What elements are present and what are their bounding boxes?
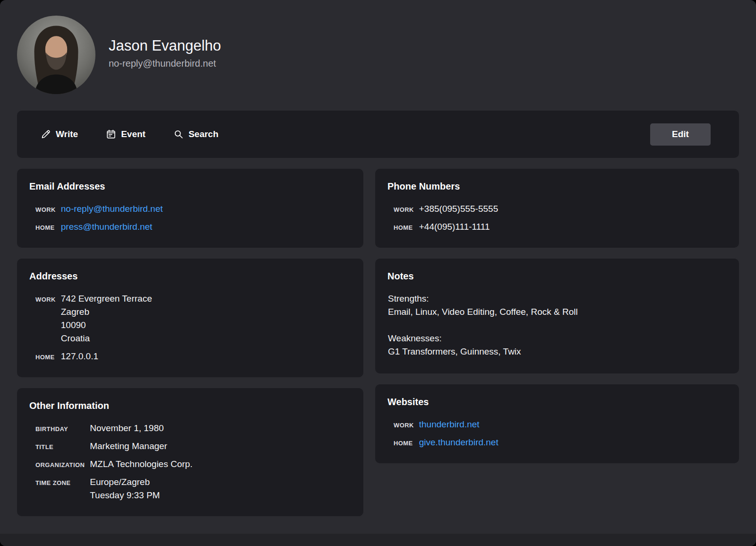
home-phone-value: +44(095)111-1111 xyxy=(419,220,727,234)
phone-numbers-card: Phone Numbers WORK +385(095)555-5555 HOM… xyxy=(375,169,739,248)
left-column: Email Addresses WORK no-reply@thunderbir… xyxy=(17,169,363,516)
avatar-photo xyxy=(17,16,95,94)
field-label-home: HOME xyxy=(35,354,56,361)
websites-card: Websites WORK thunderbird.net HOME give.… xyxy=(375,384,739,463)
search-button[interactable]: Search xyxy=(173,126,219,142)
address-line: 10090 xyxy=(61,319,351,332)
value-line: Tuesday 9:33 PM xyxy=(90,489,351,502)
card-title-websites: Websites xyxy=(387,397,727,407)
addresses-card: Addresses WORK 742 Evergreen Terrace Zag… xyxy=(17,259,363,377)
edit-button[interactable]: Edit xyxy=(650,123,711,146)
contact-header: Jason Evangelho no-reply@thunderbird.net xyxy=(0,0,756,94)
phone-rows: WORK +385(095)555-5555 HOME +44(095)111-… xyxy=(394,202,727,234)
value-line: Europe/Zagreb xyxy=(90,476,351,489)
timezone-value: Europe/Zagreb Tuesday 9:33 PM xyxy=(90,476,351,502)
address-line: Zagreb xyxy=(61,305,351,319)
write-button[interactable]: Write xyxy=(40,126,79,142)
contact-identity: Jason Evangelho no-reply@thunderbird.net xyxy=(109,38,221,72)
field-label-home: HOME xyxy=(394,440,414,447)
address-line: Croatia xyxy=(61,332,351,345)
email-rows: WORK no-reply@thunderbird.net HOME press… xyxy=(35,202,351,234)
notes-paragraph: Weaknesses: G1 Transformers, Guinness, T… xyxy=(388,332,727,358)
window-bottom-edge xyxy=(0,534,756,546)
address-rows: WORK 742 Evergreen Terrace Zagreb 10090 … xyxy=(35,292,351,363)
pencil-icon xyxy=(41,130,51,139)
contact-details-pane: Jason Evangelho no-reply@thunderbird.net… xyxy=(0,0,756,534)
card-title-other: Other Information xyxy=(29,400,351,411)
value-line: November 1, 1980 xyxy=(90,422,351,435)
avatar xyxy=(17,16,95,94)
search-label: Search xyxy=(189,129,218,139)
work-address-value: 742 Evergreen Terrace Zagreb 10090 Croat… xyxy=(61,292,351,345)
note-line: Weaknesses: xyxy=(388,332,727,345)
work-phone-value: +385(095)555-5555 xyxy=(419,202,727,216)
notes-card: Notes Strengths: Email, Linux, Video Edi… xyxy=(375,259,739,373)
card-title-addresses: Addresses xyxy=(29,271,351,282)
title-value: Marketing Manager xyxy=(90,440,351,453)
right-column: Phone Numbers WORK +385(095)555-5555 HOM… xyxy=(375,169,739,463)
field-label-work: WORK xyxy=(394,206,414,213)
field-value: no-reply@thunderbird.net xyxy=(61,202,351,216)
field-label-title: TITLE xyxy=(35,443,85,451)
birthday-value: November 1, 1980 xyxy=(90,422,351,435)
notes-body: Strengths: Email, Linux, Video Editing, … xyxy=(388,292,727,358)
field-value: give.thunderbird.net xyxy=(419,436,727,449)
note-line: Email, Linux, Video Editing, Coffee, Roc… xyxy=(388,305,727,319)
field-label-work: WORK xyxy=(35,206,56,213)
home-address-value: 127.0.0.1 xyxy=(61,350,351,363)
search-icon xyxy=(174,130,183,139)
card-title-phone: Phone Numbers xyxy=(387,181,727,192)
work-email-link[interactable]: no-reply@thunderbird.net xyxy=(61,204,163,214)
card-title-notes: Notes xyxy=(387,271,727,282)
event-label: Event xyxy=(121,129,146,139)
address-line: 742 Evergreen Terrace xyxy=(61,292,351,305)
field-label-work: WORK xyxy=(394,422,414,429)
notes-paragraph: Strengths: Email, Linux, Video Editing, … xyxy=(388,292,727,319)
value-line: MZLA Technologies Corp. xyxy=(90,458,351,471)
event-button[interactable]: Event xyxy=(105,126,146,142)
card-columns: Email Addresses WORK no-reply@thunderbir… xyxy=(0,169,756,516)
contact-toolbar: Write Event xyxy=(17,111,739,158)
organization-value: MZLA Technologies Corp. xyxy=(90,458,351,471)
calendar-icon xyxy=(106,130,116,139)
note-line: G1 Transformers, Guinness, Twix xyxy=(388,345,727,358)
field-label-home: HOME xyxy=(394,224,414,231)
toolbar-actions: Write Event xyxy=(40,126,219,142)
field-label-timezone: TIME ZONE xyxy=(35,479,85,486)
email-addresses-card: Email Addresses WORK no-reply@thunderbir… xyxy=(17,169,363,248)
field-value: thunderbird.net xyxy=(419,418,727,431)
home-email-link[interactable]: press@thunderbird.net xyxy=(61,222,153,232)
website-rows: WORK thunderbird.net HOME give.thunderbi… xyxy=(394,418,727,449)
address-line: 127.0.0.1 xyxy=(61,350,351,363)
value-line: Marketing Manager xyxy=(90,440,351,453)
contact-name: Jason Evangelho xyxy=(109,38,221,54)
other-information-card: Other Information BIRTHDAY November 1, 1… xyxy=(17,388,363,516)
field-label-organization: ORGANIZATION xyxy=(35,461,85,468)
note-line: Strengths: xyxy=(388,292,727,305)
field-value: press@thunderbird.net xyxy=(61,220,351,234)
other-info-rows: BIRTHDAY November 1, 1980 TITLE Marketin… xyxy=(35,422,351,502)
contact-details-window: Jason Evangelho no-reply@thunderbird.net… xyxy=(0,0,756,546)
card-title-email: Email Addresses xyxy=(29,181,351,192)
write-label: Write xyxy=(56,129,78,139)
field-label-home: HOME xyxy=(35,224,56,231)
contact-primary-email: no-reply@thunderbird.net xyxy=(109,58,221,69)
work-website-link[interactable]: thunderbird.net xyxy=(419,419,480,429)
home-website-link[interactable]: give.thunderbird.net xyxy=(419,437,498,447)
field-label-birthday: BIRTHDAY xyxy=(35,425,85,433)
field-label-work: WORK xyxy=(35,296,56,303)
